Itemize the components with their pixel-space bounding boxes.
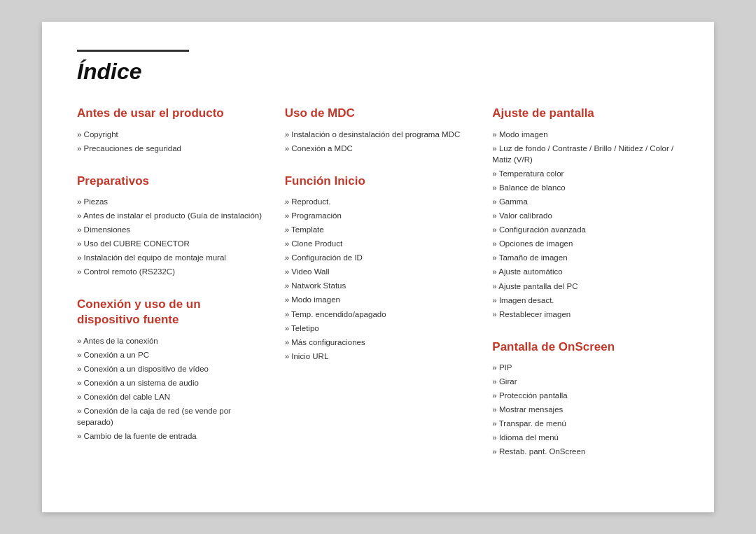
list-item: Temperatura color (492, 168, 679, 179)
section-col2-2: Función InicioReproduct.ProgramaciónTemp… (285, 174, 472, 362)
section-col2-1: Uso de MDCInstalación o desinstalación d… (285, 106, 472, 153)
list-item: Antes de la conexión (77, 335, 264, 346)
section-items-col2-1: Instalación o desinstalación del program… (285, 129, 472, 154)
list-item: Valor calibrado (492, 210, 679, 221)
list-item: Conexión a un dispositivo de vídeo (77, 363, 264, 374)
list-item: Temp. encendido/apagado (285, 309, 472, 320)
list-item: Conexión a un sistema de audio (77, 377, 264, 388)
list-item: Restablecer imagen (492, 309, 679, 320)
list-item: Transpar. de menú (492, 418, 679, 429)
list-item: Más configuraciones (285, 337, 472, 348)
content-grid: Antes de usar el productoCopyrightPrecau… (77, 106, 679, 477)
column-3: Ajuste de pantallaModo imagenLuz de fond… (492, 106, 679, 477)
section-col1-3: Conexión y uso de un dispositivo fuenteA… (77, 297, 264, 442)
list-item: Protección pantalla (492, 390, 679, 401)
list-item: Copyright (77, 129, 264, 140)
section-items-col1-3: Antes de la conexiónConexión a un PCCone… (77, 335, 264, 442)
list-item: Control remoto (RS232C) (77, 266, 264, 277)
list-item: Luz de fondo / Contraste / Brillo / Niti… (492, 143, 679, 165)
section-items-col2-2: Reproduct.ProgramaciónTemplateClone Prod… (285, 196, 472, 362)
list-item: Inicio URL (285, 351, 472, 362)
section-col3-2: Pantalla de OnScreenPIPGirarProtección p… (492, 339, 679, 458)
list-item: Balance de blanco (492, 182, 679, 193)
list-item: Video Wall (285, 266, 472, 277)
list-item: Tamaño de imagen (492, 252, 679, 263)
section-title-col2-2: Función Inicio (285, 174, 472, 189)
section-col3-1: Ajuste de pantallaModo imagenLuz de fond… (492, 106, 679, 319)
section-items-col1-2: PiezasAntes de instalar el producto (Guí… (77, 196, 264, 278)
list-item: Girar (492, 376, 679, 387)
column-1: Antes de usar el productoCopyrightPrecau… (77, 106, 264, 477)
section-items-col1-1: CopyrightPrecauciones de seguridad (77, 129, 264, 154)
list-item: Cambio de la fuente de entrada (77, 430, 264, 442)
list-item: Natwork Status (285, 280, 472, 291)
list-item: Mostrar mensajes (492, 404, 679, 415)
section-title-col1-3: Conexión y uso de un dispositivo fuente (77, 297, 264, 328)
list-item: Programación (285, 210, 472, 221)
list-item: Instalación o desinstalación del program… (285, 129, 472, 140)
list-item: Configuración de ID (285, 252, 472, 263)
section-title-col3-2: Pantalla de OnScreen (492, 339, 679, 355)
list-item: Gamma (492, 196, 679, 207)
list-item: Antes de instalar el producto (Guía de i… (77, 210, 264, 221)
list-item: Conexión a un PC (77, 349, 264, 360)
list-item: Dimensiones (77, 224, 264, 235)
list-item: Configuración avanzada (492, 224, 679, 235)
list-item: Ajuste automático (492, 266, 679, 277)
list-item: Imagen desact. (492, 295, 679, 306)
section-items-col3-1: Modo imagenLuz de fondo / Contraste / Br… (492, 129, 679, 320)
list-item: Idioma del menú (492, 432, 679, 443)
list-item: Ajuste pantalla del PC (492, 281, 679, 292)
list-item: Piezas (77, 196, 264, 207)
page-container: Índice Antes de usar el productoCopyrigh… (42, 22, 714, 512)
list-item: Uso del CUBRE CONECTOR (77, 238, 264, 249)
list-item: Conexión del cable LAN (77, 391, 264, 402)
list-item: Clone Product (285, 238, 472, 249)
section-title-col3-1: Ajuste de pantalla (492, 106, 679, 121)
section-col1-1: Antes de usar el productoCopyrightPrecau… (77, 106, 264, 153)
list-item: Template (285, 224, 472, 235)
list-item: Opciones de imagen (492, 238, 679, 249)
page-title: Índice (77, 59, 679, 85)
list-item: Restab. pant. OnScreen (492, 446, 679, 457)
section-title-col1-1: Antes de usar el producto (77, 106, 264, 121)
column-2: Uso de MDCInstalación o desinstalación d… (285, 106, 472, 477)
title-section: Índice (77, 50, 679, 85)
section-title-col1-2: Preparativos (77, 174, 264, 189)
section-col1-2: PreparativosPiezasAntes de instalar el p… (77, 174, 264, 278)
list-item: Modo imagen (492, 129, 679, 140)
title-bar (77, 50, 189, 52)
section-items-col3-2: PIPGirarProtección pantallaMostrar mensa… (492, 362, 679, 458)
list-item: Teletipo (285, 323, 472, 334)
list-item: Instalación del equipo de montaje mural (77, 252, 264, 263)
list-item: Modo imagen (285, 294, 472, 305)
list-item: Reproduct. (285, 196, 472, 207)
list-item: Precauciones de seguridad (77, 143, 264, 154)
list-item: Conexión a MDC (285, 143, 472, 154)
section-title-col2-1: Uso de MDC (285, 106, 472, 121)
list-item: Conexión de la caja de red (se vende por… (77, 405, 264, 428)
list-item: PIP (492, 362, 679, 373)
